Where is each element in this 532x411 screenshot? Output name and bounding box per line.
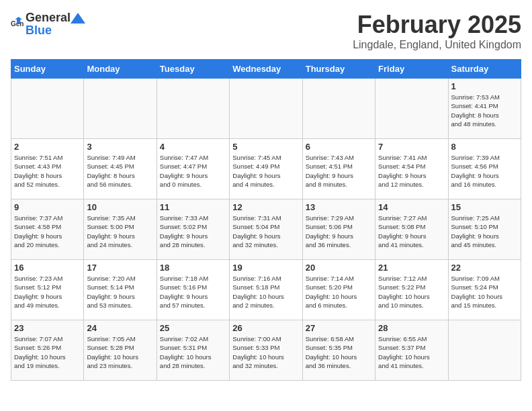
calendar-day-cell: 3Sunrise: 7:49 AM Sunset: 4:45 PM Daylig… — [84, 139, 157, 199]
calendar-day-cell: 18Sunrise: 7:18 AM Sunset: 5:16 PM Dayli… — [157, 260, 229, 320]
calendar-day-cell: 13Sunrise: 7:29 AM Sunset: 5:06 PM Dayli… — [302, 199, 375, 260]
day-of-week-header: Wednesday — [230, 60, 302, 79]
day-info: Sunrise: 7:49 AM Sunset: 4:45 PM Dayligh… — [87, 153, 153, 189]
day-number: 9 — [14, 202, 81, 212]
calendar-day-cell — [230, 79, 302, 139]
calendar-day-cell: 8Sunrise: 7:39 AM Sunset: 4:56 PM Daylig… — [448, 139, 521, 199]
day-number: 13 — [306, 202, 372, 212]
day-number: 8 — [451, 142, 518, 152]
calendar-day-cell: 27Sunrise: 6:58 AM Sunset: 5:35 PM Dayli… — [302, 320, 375, 381]
calendar-day-cell: 7Sunrise: 7:41 AM Sunset: 4:54 PM Daylig… — [375, 139, 448, 199]
day-number: 27 — [306, 323, 372, 333]
day-info: Sunrise: 7:45 AM Sunset: 4:49 PM Dayligh… — [232, 153, 299, 189]
day-info: Sunrise: 6:55 AM Sunset: 5:37 PM Dayligh… — [378, 334, 445, 370]
calendar-day-cell: 2Sunrise: 7:51 AM Sunset: 4:43 PM Daylig… — [11, 139, 84, 199]
day-number: 20 — [306, 263, 372, 273]
day-info: Sunrise: 7:47 AM Sunset: 4:47 PM Dayligh… — [160, 153, 226, 189]
calendar-day-cell — [11, 79, 84, 139]
day-info: Sunrise: 7:53 AM Sunset: 4:41 PM Dayligh… — [451, 93, 518, 128]
day-info: Sunrise: 7:00 AM Sunset: 5:33 PM Dayligh… — [232, 334, 299, 370]
day-number: 28 — [378, 323, 445, 333]
day-info: Sunrise: 7:29 AM Sunset: 5:06 PM Dayligh… — [306, 214, 372, 249]
calendar-week-row: 23Sunrise: 7:07 AM Sunset: 5:26 PM Dayli… — [11, 320, 521, 381]
day-info: Sunrise: 7:12 AM Sunset: 5:22 PM Dayligh… — [378, 274, 445, 310]
calendar-day-cell: 17Sunrise: 7:20 AM Sunset: 5:14 PM Dayli… — [84, 260, 157, 320]
day-number: 16 — [14, 263, 81, 273]
logo: Gene General Blue — [11, 11, 85, 38]
day-number: 5 — [232, 142, 299, 152]
calendar-day-cell: 6Sunrise: 7:43 AM Sunset: 4:51 PM Daylig… — [302, 139, 375, 199]
day-number: 21 — [378, 263, 445, 273]
day-number: 4 — [160, 142, 226, 152]
calendar-day-cell: 10Sunrise: 7:35 AM Sunset: 5:00 PM Dayli… — [84, 199, 157, 260]
day-info: Sunrise: 7:20 AM Sunset: 5:14 PM Dayligh… — [87, 274, 153, 310]
day-number: 2 — [14, 142, 81, 152]
day-number: 12 — [232, 202, 299, 212]
calendar-day-cell: 9Sunrise: 7:37 AM Sunset: 4:58 PM Daylig… — [11, 199, 84, 260]
main-title: February 2025 — [353, 11, 521, 39]
day-of-week-header: Tuesday — [157, 60, 229, 79]
day-info: Sunrise: 7:07 AM Sunset: 5:26 PM Dayligh… — [14, 334, 81, 370]
day-number: 14 — [378, 202, 445, 212]
calendar-week-row: 1Sunrise: 7:53 AM Sunset: 4:41 PM Daylig… — [11, 79, 521, 139]
day-info: Sunrise: 7:51 AM Sunset: 4:43 PM Dayligh… — [14, 153, 81, 189]
calendar-day-cell — [448, 320, 521, 381]
calendar-day-cell: 26Sunrise: 7:00 AM Sunset: 5:33 PM Dayli… — [230, 320, 302, 381]
calendar-day-cell — [84, 79, 157, 139]
day-info: Sunrise: 7:14 AM Sunset: 5:20 PM Dayligh… — [306, 274, 372, 310]
day-number: 23 — [14, 323, 81, 333]
calendar-day-cell: 25Sunrise: 7:02 AM Sunset: 5:31 PM Dayli… — [157, 320, 229, 381]
calendar-day-cell: 15Sunrise: 7:25 AM Sunset: 5:10 PM Dayli… — [448, 199, 521, 260]
day-info: Sunrise: 7:39 AM Sunset: 4:56 PM Dayligh… — [451, 153, 518, 189]
day-number: 15 — [451, 202, 518, 212]
subtitle: Lingdale, England, United Kingdom — [353, 39, 521, 51]
day-number: 6 — [306, 142, 372, 152]
day-number: 24 — [87, 323, 153, 333]
day-info: Sunrise: 7:37 AM Sunset: 4:58 PM Dayligh… — [14, 214, 81, 249]
day-of-week-header: Friday — [375, 60, 448, 79]
day-of-week-header: Sunday — [11, 60, 84, 79]
calendar-week-row: 2Sunrise: 7:51 AM Sunset: 4:43 PM Daylig… — [11, 139, 521, 199]
day-info: Sunrise: 7:23 AM Sunset: 5:12 PM Dayligh… — [14, 274, 81, 310]
calendar-day-cell: 14Sunrise: 7:27 AM Sunset: 5:08 PM Dayli… — [375, 199, 448, 260]
logo-general: General — [26, 11, 71, 24]
calendar-day-cell: 22Sunrise: 7:09 AM Sunset: 5:24 PM Dayli… — [448, 260, 521, 320]
day-info: Sunrise: 7:09 AM Sunset: 5:24 PM Dayligh… — [451, 274, 518, 310]
calendar-header-row: SundayMondayTuesdayWednesdayThursdayFrid… — [11, 60, 521, 79]
calendar-week-row: 9Sunrise: 7:37 AM Sunset: 4:58 PM Daylig… — [11, 199, 521, 260]
day-number: 19 — [232, 263, 299, 273]
calendar-day-cell — [375, 79, 448, 139]
day-number: 7 — [378, 142, 445, 152]
day-number: 25 — [160, 323, 226, 333]
day-number: 3 — [87, 142, 153, 152]
calendar-day-cell: 23Sunrise: 7:07 AM Sunset: 5:26 PM Dayli… — [11, 320, 84, 381]
calendar-day-cell: 1Sunrise: 7:53 AM Sunset: 4:41 PM Daylig… — [448, 79, 521, 139]
header: Gene General Blue February 2025 Lingdale… — [11, 11, 521, 51]
day-info: Sunrise: 7:31 AM Sunset: 5:04 PM Dayligh… — [232, 214, 299, 249]
day-info: Sunrise: 7:18 AM Sunset: 5:16 PM Dayligh… — [160, 274, 226, 310]
calendar-day-cell: 11Sunrise: 7:33 AM Sunset: 5:02 PM Dayli… — [157, 199, 229, 260]
day-info: Sunrise: 6:58 AM Sunset: 5:35 PM Dayligh… — [306, 334, 372, 370]
calendar-day-cell: 24Sunrise: 7:05 AM Sunset: 5:28 PM Dayli… — [84, 320, 157, 381]
calendar-day-cell: 21Sunrise: 7:12 AM Sunset: 5:22 PM Dayli… — [375, 260, 448, 320]
day-of-week-header: Saturday — [448, 60, 521, 79]
day-info: Sunrise: 7:43 AM Sunset: 4:51 PM Dayligh… — [306, 153, 372, 189]
calendar-day-cell — [302, 79, 375, 139]
day-info: Sunrise: 7:25 AM Sunset: 5:10 PM Dayligh… — [451, 214, 518, 249]
day-info: Sunrise: 7:41 AM Sunset: 4:54 PM Dayligh… — [378, 153, 445, 189]
day-number: 18 — [160, 263, 226, 273]
day-info: Sunrise: 7:02 AM Sunset: 5:31 PM Dayligh… — [160, 334, 226, 370]
svg-marker-2 — [71, 13, 85, 24]
day-number: 22 — [451, 263, 518, 273]
title-section: February 2025 Lingdale, England, United … — [353, 11, 521, 51]
calendar-day-cell: 4Sunrise: 7:47 AM Sunset: 4:47 PM Daylig… — [157, 139, 229, 199]
day-number: 1 — [451, 81, 518, 91]
day-info: Sunrise: 7:05 AM Sunset: 5:28 PM Dayligh… — [87, 334, 153, 370]
logo-icon: Gene — [11, 16, 24, 30]
day-of-week-header: Monday — [84, 60, 157, 79]
calendar-day-cell: 5Sunrise: 7:45 AM Sunset: 4:49 PM Daylig… — [230, 139, 302, 199]
day-number: 11 — [160, 202, 226, 212]
calendar-day-cell: 12Sunrise: 7:31 AM Sunset: 5:04 PM Dayli… — [230, 199, 302, 260]
day-number: 17 — [87, 263, 153, 273]
calendar-day-cell: 19Sunrise: 7:16 AM Sunset: 5:18 PM Dayli… — [230, 260, 302, 320]
